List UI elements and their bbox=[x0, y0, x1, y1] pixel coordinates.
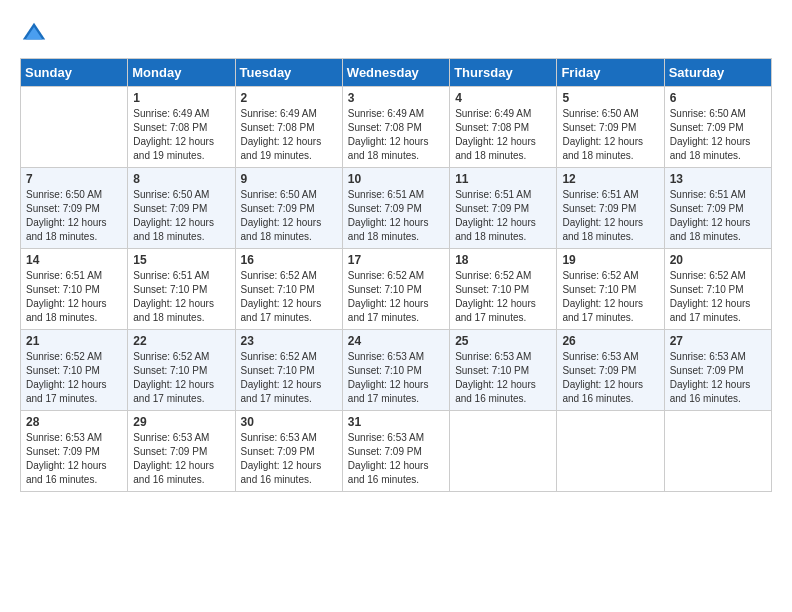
day-number: 17 bbox=[348, 253, 444, 267]
day-info: Sunrise: 6:49 AMSunset: 7:08 PMDaylight:… bbox=[241, 107, 337, 163]
table-row: 27Sunrise: 6:53 AMSunset: 7:09 PMDayligh… bbox=[664, 330, 771, 411]
day-info: Sunrise: 6:52 AMSunset: 7:10 PMDaylight:… bbox=[26, 350, 122, 406]
day-info: Sunrise: 6:52 AMSunset: 7:10 PMDaylight:… bbox=[348, 269, 444, 325]
day-info: Sunrise: 6:50 AMSunset: 7:09 PMDaylight:… bbox=[562, 107, 658, 163]
calendar-header-row: SundayMondayTuesdayWednesdayThursdayFrid… bbox=[21, 59, 772, 87]
day-info: Sunrise: 6:53 AMSunset: 7:09 PMDaylight:… bbox=[562, 350, 658, 406]
table-row: 23Sunrise: 6:52 AMSunset: 7:10 PMDayligh… bbox=[235, 330, 342, 411]
day-number: 26 bbox=[562, 334, 658, 348]
table-row: 9Sunrise: 6:50 AMSunset: 7:09 PMDaylight… bbox=[235, 168, 342, 249]
day-number: 2 bbox=[241, 91, 337, 105]
day-info: Sunrise: 6:52 AMSunset: 7:10 PMDaylight:… bbox=[455, 269, 551, 325]
day-number: 24 bbox=[348, 334, 444, 348]
table-row: 1Sunrise: 6:49 AMSunset: 7:08 PMDaylight… bbox=[128, 87, 235, 168]
day-info: Sunrise: 6:52 AMSunset: 7:10 PMDaylight:… bbox=[241, 269, 337, 325]
day-number: 18 bbox=[455, 253, 551, 267]
header-friday: Friday bbox=[557, 59, 664, 87]
day-number: 9 bbox=[241, 172, 337, 186]
day-number: 27 bbox=[670, 334, 766, 348]
day-info: Sunrise: 6:51 AMSunset: 7:09 PMDaylight:… bbox=[455, 188, 551, 244]
day-info: Sunrise: 6:49 AMSunset: 7:08 PMDaylight:… bbox=[455, 107, 551, 163]
table-row: 16Sunrise: 6:52 AMSunset: 7:10 PMDayligh… bbox=[235, 249, 342, 330]
week-row-3: 14Sunrise: 6:51 AMSunset: 7:10 PMDayligh… bbox=[21, 249, 772, 330]
table-row: 22Sunrise: 6:52 AMSunset: 7:10 PMDayligh… bbox=[128, 330, 235, 411]
header-saturday: Saturday bbox=[664, 59, 771, 87]
table-row: 6Sunrise: 6:50 AMSunset: 7:09 PMDaylight… bbox=[664, 87, 771, 168]
day-info: Sunrise: 6:50 AMSunset: 7:09 PMDaylight:… bbox=[26, 188, 122, 244]
day-info: Sunrise: 6:51 AMSunset: 7:10 PMDaylight:… bbox=[133, 269, 229, 325]
table-row: 31Sunrise: 6:53 AMSunset: 7:09 PMDayligh… bbox=[342, 411, 449, 492]
header-tuesday: Tuesday bbox=[235, 59, 342, 87]
table-row: 29Sunrise: 6:53 AMSunset: 7:09 PMDayligh… bbox=[128, 411, 235, 492]
table-row: 20Sunrise: 6:52 AMSunset: 7:10 PMDayligh… bbox=[664, 249, 771, 330]
day-info: Sunrise: 6:49 AMSunset: 7:08 PMDaylight:… bbox=[133, 107, 229, 163]
table-row bbox=[21, 87, 128, 168]
day-info: Sunrise: 6:50 AMSunset: 7:09 PMDaylight:… bbox=[133, 188, 229, 244]
table-row: 28Sunrise: 6:53 AMSunset: 7:09 PMDayligh… bbox=[21, 411, 128, 492]
table-row: 26Sunrise: 6:53 AMSunset: 7:09 PMDayligh… bbox=[557, 330, 664, 411]
day-info: Sunrise: 6:51 AMSunset: 7:09 PMDaylight:… bbox=[562, 188, 658, 244]
table-row: 8Sunrise: 6:50 AMSunset: 7:09 PMDaylight… bbox=[128, 168, 235, 249]
table-row bbox=[450, 411, 557, 492]
day-number: 5 bbox=[562, 91, 658, 105]
day-number: 28 bbox=[26, 415, 122, 429]
day-number: 10 bbox=[348, 172, 444, 186]
logo-icon bbox=[20, 20, 48, 48]
day-info: Sunrise: 6:51 AMSunset: 7:09 PMDaylight:… bbox=[348, 188, 444, 244]
table-row: 5Sunrise: 6:50 AMSunset: 7:09 PMDaylight… bbox=[557, 87, 664, 168]
day-info: Sunrise: 6:53 AMSunset: 7:10 PMDaylight:… bbox=[348, 350, 444, 406]
day-info: Sunrise: 6:52 AMSunset: 7:10 PMDaylight:… bbox=[241, 350, 337, 406]
table-row: 10Sunrise: 6:51 AMSunset: 7:09 PMDayligh… bbox=[342, 168, 449, 249]
day-number: 20 bbox=[670, 253, 766, 267]
week-row-4: 21Sunrise: 6:52 AMSunset: 7:10 PMDayligh… bbox=[21, 330, 772, 411]
day-info: Sunrise: 6:52 AMSunset: 7:10 PMDaylight:… bbox=[670, 269, 766, 325]
day-number: 22 bbox=[133, 334, 229, 348]
table-row: 2Sunrise: 6:49 AMSunset: 7:08 PMDaylight… bbox=[235, 87, 342, 168]
table-row: 11Sunrise: 6:51 AMSunset: 7:09 PMDayligh… bbox=[450, 168, 557, 249]
day-info: Sunrise: 6:49 AMSunset: 7:08 PMDaylight:… bbox=[348, 107, 444, 163]
logo bbox=[20, 20, 54, 48]
table-row bbox=[664, 411, 771, 492]
day-number: 25 bbox=[455, 334, 551, 348]
day-info: Sunrise: 6:51 AMSunset: 7:09 PMDaylight:… bbox=[670, 188, 766, 244]
table-row bbox=[557, 411, 664, 492]
day-number: 12 bbox=[562, 172, 658, 186]
day-number: 14 bbox=[26, 253, 122, 267]
calendar-table: SundayMondayTuesdayWednesdayThursdayFrid… bbox=[20, 58, 772, 492]
day-number: 7 bbox=[26, 172, 122, 186]
table-row: 21Sunrise: 6:52 AMSunset: 7:10 PMDayligh… bbox=[21, 330, 128, 411]
day-number: 29 bbox=[133, 415, 229, 429]
page-header bbox=[20, 20, 772, 48]
day-number: 8 bbox=[133, 172, 229, 186]
week-row-5: 28Sunrise: 6:53 AMSunset: 7:09 PMDayligh… bbox=[21, 411, 772, 492]
day-info: Sunrise: 6:51 AMSunset: 7:10 PMDaylight:… bbox=[26, 269, 122, 325]
table-row: 25Sunrise: 6:53 AMSunset: 7:10 PMDayligh… bbox=[450, 330, 557, 411]
header-wednesday: Wednesday bbox=[342, 59, 449, 87]
day-info: Sunrise: 6:53 AMSunset: 7:09 PMDaylight:… bbox=[26, 431, 122, 487]
day-number: 30 bbox=[241, 415, 337, 429]
day-number: 31 bbox=[348, 415, 444, 429]
table-row: 15Sunrise: 6:51 AMSunset: 7:10 PMDayligh… bbox=[128, 249, 235, 330]
table-row: 19Sunrise: 6:52 AMSunset: 7:10 PMDayligh… bbox=[557, 249, 664, 330]
table-row: 13Sunrise: 6:51 AMSunset: 7:09 PMDayligh… bbox=[664, 168, 771, 249]
table-row: 3Sunrise: 6:49 AMSunset: 7:08 PMDaylight… bbox=[342, 87, 449, 168]
table-row: 24Sunrise: 6:53 AMSunset: 7:10 PMDayligh… bbox=[342, 330, 449, 411]
table-row: 4Sunrise: 6:49 AMSunset: 7:08 PMDaylight… bbox=[450, 87, 557, 168]
day-number: 23 bbox=[241, 334, 337, 348]
day-number: 15 bbox=[133, 253, 229, 267]
table-row: 12Sunrise: 6:51 AMSunset: 7:09 PMDayligh… bbox=[557, 168, 664, 249]
table-row: 18Sunrise: 6:52 AMSunset: 7:10 PMDayligh… bbox=[450, 249, 557, 330]
table-row: 7Sunrise: 6:50 AMSunset: 7:09 PMDaylight… bbox=[21, 168, 128, 249]
day-number: 11 bbox=[455, 172, 551, 186]
day-info: Sunrise: 6:53 AMSunset: 7:09 PMDaylight:… bbox=[133, 431, 229, 487]
header-sunday: Sunday bbox=[21, 59, 128, 87]
day-number: 13 bbox=[670, 172, 766, 186]
day-info: Sunrise: 6:50 AMSunset: 7:09 PMDaylight:… bbox=[670, 107, 766, 163]
day-number: 1 bbox=[133, 91, 229, 105]
day-info: Sunrise: 6:53 AMSunset: 7:10 PMDaylight:… bbox=[455, 350, 551, 406]
table-row: 17Sunrise: 6:52 AMSunset: 7:10 PMDayligh… bbox=[342, 249, 449, 330]
day-number: 6 bbox=[670, 91, 766, 105]
day-info: Sunrise: 6:53 AMSunset: 7:09 PMDaylight:… bbox=[670, 350, 766, 406]
table-row: 30Sunrise: 6:53 AMSunset: 7:09 PMDayligh… bbox=[235, 411, 342, 492]
day-info: Sunrise: 6:53 AMSunset: 7:09 PMDaylight:… bbox=[241, 431, 337, 487]
